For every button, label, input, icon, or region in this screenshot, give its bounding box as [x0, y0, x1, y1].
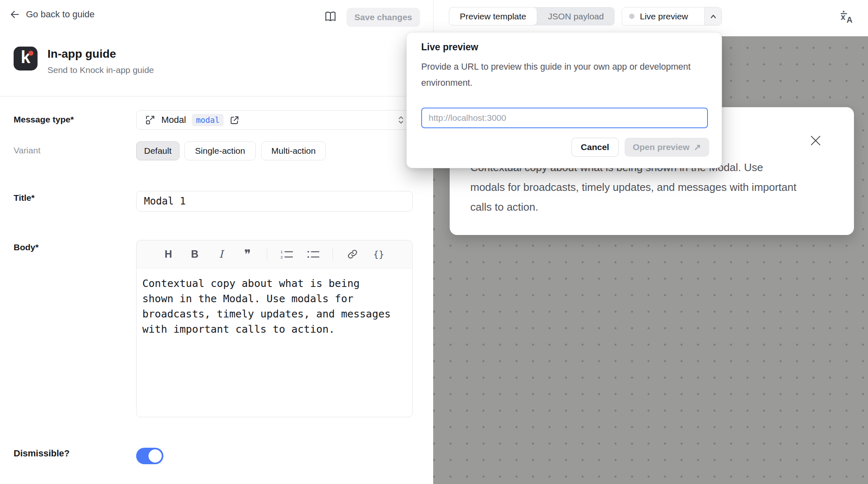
svg-text:2: 2 — [281, 254, 283, 259]
message-type-label: Message type* — [14, 115, 74, 125]
body-label: Body* — [14, 242, 39, 252]
svg-text:1: 1 — [281, 249, 283, 254]
open-preview-button[interactable]: Open preview ↗ — [625, 138, 709, 157]
bullet-list-icon[interactable] — [306, 247, 320, 261]
message-type-select[interactable]: Modal modal — [136, 110, 413, 130]
open-preview-label: Open preview — [633, 142, 690, 152]
tab-json-payload[interactable]: JSON payload — [537, 7, 615, 26]
toggle-knob — [149, 449, 162, 463]
arrow-left-icon — [9, 9, 20, 20]
title-label: Title* — [14, 193, 35, 203]
message-type-key-badge: modal — [192, 114, 224, 126]
link-icon[interactable] — [345, 247, 359, 261]
live-preview-label: Live preview — [640, 12, 688, 21]
translate-icon[interactable]: x A — [839, 8, 856, 26]
popover-description: Provide a URL to preview this guide in y… — [421, 59, 693, 91]
dismissible-label: Dismissible? — [14, 448, 70, 459]
docs-book-icon[interactable] — [324, 10, 337, 23]
variant-option-single-action[interactable]: Single-action — [184, 141, 256, 160]
header-divider — [0, 96, 433, 96]
guide-editor-window: Go back to guide Save changes k In-app g… — [0, 0, 868, 484]
live-preview-popover: Live preview Provide a URL to preview th… — [406, 32, 722, 168]
bold-icon[interactable]: B — [188, 247, 202, 261]
page-subtitle: Send to Knock in-app guide — [47, 65, 154, 75]
body-editor: H B I ❞ 1 2 — [136, 240, 413, 417]
preview-url-input[interactable] — [421, 108, 708, 128]
title-input[interactable] — [136, 191, 413, 211]
live-preview-button[interactable]: Live preview — [622, 7, 722, 26]
body-editor-content[interactable]: Contextual copy about what is being show… — [137, 268, 394, 337]
page-title: In-app guide — [47, 47, 116, 61]
toolbar-divider — [267, 248, 267, 261]
variant-label: Variant — [14, 146, 40, 155]
modal-type-icon — [145, 115, 156, 125]
blockquote-icon[interactable]: ❞ — [241, 247, 255, 261]
knock-logo-dot — [28, 51, 33, 56]
knock-logo-letter: k — [14, 47, 38, 67]
select-chevrons-icon — [397, 115, 405, 125]
italic-icon[interactable]: I — [214, 247, 228, 261]
panel-divider — [433, 0, 434, 36]
tab-preview-template[interactable]: Preview template — [449, 7, 537, 26]
ordered-list-icon[interactable]: 1 2 — [280, 247, 294, 261]
knock-logo: k — [14, 47, 38, 70]
close-icon[interactable] — [809, 134, 822, 147]
variant-option-default[interactable]: Default — [136, 141, 179, 160]
variable-braces-icon[interactable]: {} — [372, 247, 386, 261]
popover-actions: Cancel Open preview ↗ — [407, 138, 722, 157]
svg-text:x: x — [841, 12, 845, 21]
toolbar-divider — [333, 248, 333, 261]
dismissible-toggle[interactable] — [136, 448, 163, 464]
message-type-value: Modal — [161, 115, 186, 125]
svg-text:A: A — [847, 15, 852, 24]
save-changes-button[interactable]: Save changes — [347, 8, 420, 27]
external-link-icon[interactable] — [229, 115, 240, 125]
cancel-button[interactable]: Cancel — [571, 138, 619, 157]
status-dot-icon — [629, 14, 634, 19]
variant-option-multi-action[interactable]: Multi-action — [261, 141, 326, 160]
back-to-guide-link[interactable]: Go back to guide — [9, 9, 94, 20]
back-to-guide-label: Go back to guide — [26, 9, 94, 20]
heading-icon[interactable]: H — [161, 247, 175, 261]
popover-title: Live preview — [421, 42, 478, 53]
live-preview-collapse-button[interactable] — [704, 7, 722, 25]
arrow-up-right-icon: ↗ — [693, 142, 701, 152]
body-text: Contextual copy about what is being show… — [142, 276, 394, 337]
body-editor-toolbar: H B I ❞ 1 2 — [137, 240, 412, 268]
